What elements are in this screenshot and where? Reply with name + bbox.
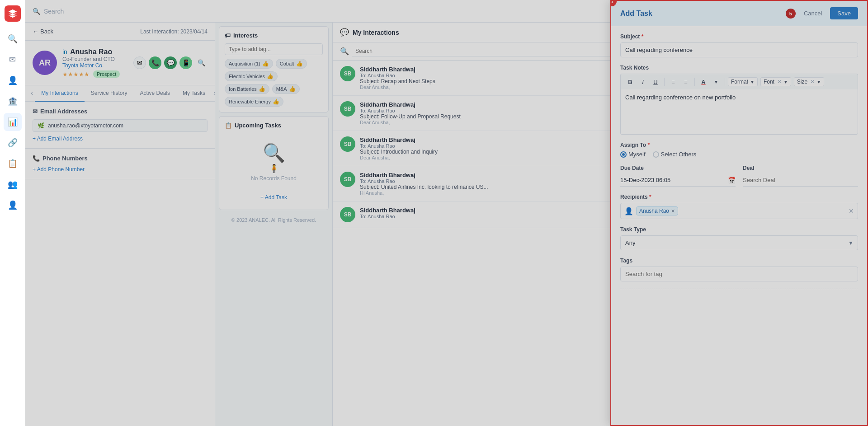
tag-like-icon[interactable]: 👍 xyxy=(267,73,274,80)
sidebar-item-building[interactable]: 🏦 xyxy=(4,92,22,110)
sidebar-item-search[interactable]: 🔍 xyxy=(4,30,22,48)
interests-panel: 🏷 Interests Acquisition (1) 👍 Cobalt 👍 E… xyxy=(219,26,329,112)
sidebar-item-analytics[interactable]: 📊 xyxy=(4,113,22,131)
italic-btn[interactable]: I xyxy=(637,76,649,88)
sidebar-item-team[interactable]: 👥 xyxy=(4,175,22,193)
add-task-link[interactable]: + Add Task xyxy=(225,191,323,204)
add-phone-link[interactable]: + Add Phone Number xyxy=(33,166,208,173)
sidebar: 🔍 ✉ 👤 🏦 📊 🔗 📋 👥 👤 xyxy=(0,0,25,426)
sidebar-item-mail[interactable]: ✉ xyxy=(4,51,22,69)
sidebar-item-deals[interactable]: 🔗 xyxy=(4,134,22,152)
deal-input[interactable] xyxy=(743,174,858,187)
assign-myself-option[interactable]: Myself xyxy=(620,151,646,158)
tag-like-icon[interactable]: 👍 xyxy=(273,98,279,105)
app-logo[interactable] xyxy=(5,5,21,22)
tags-input[interactable] xyxy=(620,267,858,281)
add-email-link[interactable]: + Add Email Address xyxy=(33,136,208,142)
numbered-list-btn[interactable]: ≡ xyxy=(680,76,692,88)
format-select[interactable]: Format ▼ xyxy=(728,77,758,86)
recipients-group: Recipients * 👤 Anusha Rao ✕ ✕ xyxy=(620,194,858,219)
tag-ma: M&A 👍 xyxy=(272,84,300,94)
due-date-group: Due Date 📅 xyxy=(620,165,736,187)
size-clear-btn[interactable]: ✕ xyxy=(810,79,815,85)
contact-actions: ✉ 📞 💬 📱 🔍 xyxy=(133,56,208,69)
task-notes-content[interactable]: Call regarding conference on new portfol… xyxy=(620,89,858,135)
tag-input[interactable] xyxy=(225,43,323,55)
back-arrow-icon: ← xyxy=(33,28,38,35)
font-clear-btn[interactable]: ✕ xyxy=(777,79,782,85)
recipients-wrap[interactable]: 👤 Anusha Rao ✕ ✕ xyxy=(620,203,858,219)
next-tab-btn[interactable]: › xyxy=(212,89,215,97)
interactions-title: My Interactions xyxy=(353,29,399,36)
tag-like-icon[interactable]: 👍 xyxy=(289,86,296,92)
search-icon: 🔍 xyxy=(33,8,40,15)
tab-service-history[interactable]: Service History xyxy=(85,85,134,102)
email-item: 🌿 anusha.rao@xtoyotamotor.com xyxy=(33,119,208,132)
tab-my-tasks[interactable]: My Tasks xyxy=(176,85,212,102)
font-select[interactable]: Font ✕ ▼ xyxy=(760,77,791,86)
email-section-title: ✉ Email Addresses xyxy=(33,108,208,115)
size-select[interactable]: Size ✕ ▼ xyxy=(794,77,824,86)
tag-like-icon[interactable]: 👍 xyxy=(259,86,265,92)
due-date-input[interactable] xyxy=(620,174,736,187)
sidebar-item-contacts[interactable]: 👤 xyxy=(4,71,22,89)
assign-others-option[interactable]: Select Others xyxy=(653,151,697,158)
rich-toolbar: B I U ≡ ≡ A ▼ Format ▼ xyxy=(620,74,858,89)
int-avatar-1: SB xyxy=(340,66,355,81)
call-action-btn[interactable]: 📱 xyxy=(179,56,192,69)
others-radio[interactable] xyxy=(653,151,659,158)
task-panel-header: Add Task 5 Cancel Save xyxy=(611,23,867,26)
task-type-group: Task Type Any ▼ xyxy=(620,226,858,250)
sidebar-item-reports[interactable]: 📋 xyxy=(4,154,22,173)
contact-company: Toyota Motor Co. xyxy=(62,62,128,69)
email-action-btn[interactable]: ✉ xyxy=(133,56,146,69)
subject-label: Subject * xyxy=(620,33,858,40)
task-notes-label: Task Notes xyxy=(620,65,858,71)
task-bottom-area xyxy=(620,289,858,295)
interests-title: 🏷 Interests xyxy=(225,32,323,39)
email-section-icon: ✉ xyxy=(33,108,38,115)
chat-action-btn[interactable]: 💬 xyxy=(164,56,177,69)
calendar-icon[interactable]: 📅 xyxy=(728,177,736,184)
add-task-panel: 4 Add Task 5 Cancel Save Subject * xyxy=(610,23,868,426)
font-color-btn[interactable]: A xyxy=(698,76,709,88)
tag-electric-vehicles: Electric Vehicles 👍 xyxy=(225,71,278,81)
task-type-select[interactable]: Any xyxy=(620,235,858,250)
bullet-list-btn[interactable]: ≡ xyxy=(667,76,679,88)
tag-like-icon[interactable]: 👍 xyxy=(262,61,269,67)
phone-section-title: 📞 Phone Numbers xyxy=(33,155,208,162)
email-address: anusha.rao@xtoyotamotor.com xyxy=(48,122,123,129)
recipient-tag-anusha: Anusha Rao ✕ xyxy=(636,206,678,215)
sidebar-item-user[interactable]: 👤 xyxy=(4,196,22,214)
myself-radio[interactable] xyxy=(620,151,627,158)
font-color-chevron-btn[interactable]: ▼ xyxy=(710,76,722,88)
search-placeholder: Search xyxy=(44,8,64,15)
recipients-clear-btn[interactable]: ✕ xyxy=(849,207,854,215)
tag-like-icon[interactable]: 👍 xyxy=(296,61,303,67)
task-body: Subject * Task Notes B I U ≡ ≡ xyxy=(611,26,867,425)
subject-input[interactable] xyxy=(620,42,858,57)
search-contact-btn[interactable]: 🔍 xyxy=(195,56,208,69)
search-box[interactable]: 🔍 Search xyxy=(33,8,64,15)
tab-my-interactions[interactable]: My Interactions xyxy=(35,85,84,102)
prev-tab-btn[interactable]: ‹ xyxy=(29,89,35,97)
left-panel: ← Back Last Interaction: 2023/04/14 AR i… xyxy=(25,23,215,426)
int-avatar-3: SB xyxy=(340,136,355,152)
deal-group: Deal xyxy=(743,165,858,187)
avatar: AR xyxy=(33,51,57,75)
font-chevron-icon: ▼ xyxy=(783,80,788,84)
due-date-wrap: 📅 xyxy=(620,174,736,187)
back-bar: ← Back Last Interaction: 2023/04/14 xyxy=(25,23,215,41)
back-button[interactable]: ← Back xyxy=(33,28,53,35)
underline-btn[interactable]: U xyxy=(650,76,661,88)
assign-group: Myself Select Others xyxy=(620,151,858,158)
phone-action-btn[interactable]: 📞 xyxy=(149,56,161,69)
tag-ion-batteries: Ion Batteries 👍 xyxy=(225,84,269,94)
recipient-remove-btn[interactable]: ✕ xyxy=(671,208,675,214)
tag-renewable-energy: Renewable Energy 👍 xyxy=(225,97,283,107)
phone-section: 📞 Phone Numbers + Add Phone Number xyxy=(25,149,215,179)
bold-btn[interactable]: B xyxy=(624,76,636,88)
toolbar-sep-1 xyxy=(664,78,665,86)
email-section: ✉ Email Addresses 🌿 anusha.rao@xtoyotamo… xyxy=(25,102,215,149)
tab-active-deals[interactable]: Active Deals xyxy=(133,85,176,102)
